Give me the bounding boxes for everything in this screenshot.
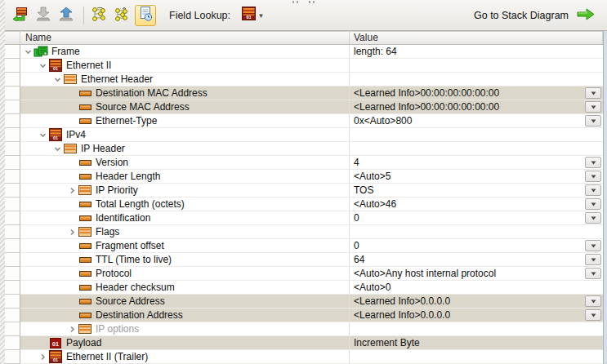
row-value-cell[interactable]: 0 [350, 211, 603, 225]
table-row[interactable]: Header checksum <Auto>0 [5, 281, 607, 295]
stripes-icon [63, 74, 78, 84]
payload01-icon: 01 [48, 338, 63, 348]
row-value-cell[interactable] [350, 225, 603, 239]
row-value-cell[interactable]: TOS [350, 184, 603, 198]
row-value-cell[interactable] [350, 59, 603, 73]
row-value-cell[interactable]: 0 [350, 239, 603, 253]
value-dropdown-button[interactable] [585, 212, 601, 224]
table-row[interactable]: 01 Ethernet II (Trailer) [5, 350, 607, 364]
row-value-cell[interactable] [350, 128, 603, 142]
chevron-slot[interactable] [51, 145, 63, 153]
value-dropdown-button[interactable] [585, 198, 601, 210]
value-dropdown-button[interactable] [585, 240, 601, 251]
chevron-slot[interactable] [51, 76, 63, 83]
row-value: 64 [354, 254, 364, 265]
table-row[interactable]: Source Address <Learned Info>0.0.0.0 [5, 295, 607, 309]
vertical-scrollbar[interactable] [603, 31, 607, 364]
table-row[interactable]: 01 Payload Increment Byte [5, 336, 607, 350]
row-name-cell: 01 Ethernet II (Trailer) [20, 350, 350, 364]
table-row[interactable]: Total Length (octets) <Auto>46 [5, 198, 607, 211]
row-label: Fragment offset [96, 240, 164, 251]
field-lookup-button[interactable]: 01 ▾ [237, 5, 268, 26]
row-gutter-cell [5, 59, 20, 73]
move-header-down-button[interactable] [33, 5, 54, 26]
expand-all-fields-button[interactable] [89, 5, 110, 26]
table-row[interactable]: Source MAC Address <Learned Info>00:00:0… [5, 100, 607, 114]
table-row[interactable]: IP Priority TOS [5, 184, 607, 198]
row-value-cell[interactable]: 0x<Auto>800 [350, 114, 603, 128]
value-dropdown-button[interactable] [585, 295, 601, 307]
row-value-cell[interactable]: Increment Byte [350, 336, 603, 350]
value-dropdown-button[interactable] [585, 115, 601, 127]
table-row[interactable]: Frame length: 64 [5, 45, 607, 59]
chevron-slot[interactable] [66, 187, 78, 194]
table-row[interactable]: Ethernet-Type 0x<Auto>800 [5, 114, 607, 128]
chevron-slot[interactable] [37, 353, 48, 361]
row-value: <Auto>46 [354, 198, 396, 210]
row-gutter-cell [5, 156, 20, 170]
row-value: 0 [354, 240, 359, 251]
table-row[interactable]: IP options [5, 322, 607, 336]
row-label: TTL (Time to live) [96, 254, 172, 265]
chevron-slot[interactable] [37, 62, 48, 69]
row-gutter-cell [5, 239, 20, 253]
row-value-cell[interactable]: <Learned Info>00:00:00:00:00:00 [350, 100, 603, 114]
chevron-slot[interactable] [22, 48, 33, 55]
row-value-cell[interactable]: length: 64 [350, 45, 603, 59]
value-dropdown-button[interactable] [585, 254, 601, 265]
row-value-cell[interactable] [350, 322, 603, 336]
row-label: Destination MAC Address [96, 87, 208, 99]
table-row[interactable]: Destination MAC Address <Learned Info>00… [5, 87, 607, 100]
table-row[interactable]: 01 IPv4 [5, 128, 607, 142]
value-dropdown-button[interactable] [585, 268, 601, 279]
row-value: <Learned Info>00:00:00:00:00:00 [354, 87, 499, 99]
move-header-up-button[interactable] [56, 5, 77, 26]
row-name-cell: 01 Payload [20, 336, 350, 350]
value-dropdown-button[interactable] [585, 171, 601, 182]
value-dropdown-button[interactable] [585, 101, 601, 113]
value-dropdown-button[interactable] [585, 309, 601, 321]
add-header-icon [12, 7, 29, 24]
row-gutter-cell [5, 142, 20, 156]
row-value: <Auto>Any host internal protocol [354, 268, 496, 279]
row-value-cell[interactable]: <Auto>Any host internal protocol [350, 267, 603, 281]
toggle-field-details-button[interactable] [135, 5, 156, 26]
add-header-button[interactable] [10, 5, 31, 26]
column-header-name[interactable]: Name [20, 32, 350, 44]
row-value-cell[interactable] [350, 142, 603, 156]
fieldbar-icon [78, 271, 92, 277]
row-value-cell[interactable] [350, 350, 603, 364]
chevron-slot[interactable] [37, 131, 48, 139]
row-value-cell[interactable]: <Learned Info>0.0.0.0 [350, 295, 603, 309]
table-row[interactable]: Header Length <Auto>5 [5, 170, 607, 184]
table-row[interactable]: 01 Ethernet II [5, 59, 607, 73]
value-dropdown-button[interactable] [585, 157, 601, 168]
row-value-cell[interactable]: <Auto>5 [350, 170, 603, 184]
row-value-cell[interactable]: <Learned Info>00:00:00:00:00:00 [350, 87, 603, 100]
row-value-cell[interactable]: <Auto>46 [350, 198, 603, 211]
table-row[interactable]: Ethernet Header [5, 73, 607, 87]
table-row[interactable]: Version 4 [5, 156, 607, 170]
row-value-cell[interactable]: <Learned Info>0.0.0.0 [350, 309, 603, 322]
chevron-slot[interactable] [66, 326, 78, 333]
fieldbar-icon [78, 313, 92, 318]
table-row[interactable]: Protocol <Auto>Any host internal protoco… [5, 267, 607, 281]
table-row[interactable]: Destination Address <Learned Info>0.0.0.… [5, 309, 607, 322]
table-row[interactable]: TTL (Time to live) 64 [5, 253, 607, 267]
table-row[interactable]: Identification 0 [5, 211, 607, 225]
column-header-value[interactable]: Value [350, 32, 603, 44]
chevron-down-icon: ▾ [259, 11, 263, 20]
value-dropdown-button[interactable] [585, 87, 601, 99]
chevron-slot[interactable] [66, 229, 78, 236]
row-value-cell[interactable]: <Auto>0 [350, 281, 603, 295]
row-value: <Learned Info>0.0.0.0 [354, 309, 450, 321]
table-row[interactable]: Fragment offset 0 [5, 239, 607, 253]
table-row[interactable]: IP Header [5, 142, 607, 156]
row-value-cell[interactable] [350, 73, 603, 87]
show-modified-fields-button[interactable] [112, 5, 133, 26]
row-value-cell[interactable]: 4 [350, 156, 603, 170]
go-to-stack-diagram-link[interactable]: Go to Stack Diagram [474, 7, 596, 24]
row-value-cell[interactable]: 64 [350, 253, 603, 267]
value-dropdown-button[interactable] [585, 184, 601, 196]
table-row[interactable]: Flags [5, 225, 607, 239]
